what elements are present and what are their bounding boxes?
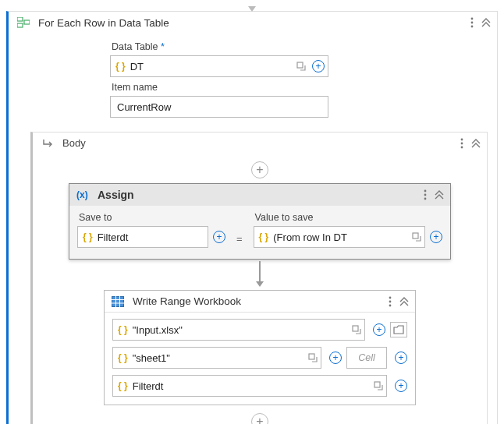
expression-icon: { } (259, 231, 269, 242)
body-content: + (x) Assign (33, 154, 487, 424)
data-table-input[interactable]: { } DT + (110, 55, 328, 77)
value-to-save-input[interactable]: { } (From row In DT (254, 226, 425, 248)
more-icon[interactable] (424, 189, 427, 200)
data-table-write-value: Filterdt (133, 380, 374, 392)
browse-folder-icon[interactable] (390, 322, 407, 337)
assign-title: Assign (98, 189, 424, 201)
plus-icon[interactable]: + (213, 231, 225, 243)
write-range-icon (111, 296, 125, 307)
svg-point-22 (389, 304, 392, 306)
add-activity-button[interactable]: + (251, 413, 268, 424)
cell-input[interactable]: Cell (346, 347, 387, 369)
body-container[interactable]: Body + (x) Assign (30, 132, 488, 424)
data-table-label: Data Table * (112, 41, 489, 52)
plus-icon[interactable]: + (329, 352, 342, 364)
write-range-header[interactable]: Write Range Workbook (105, 291, 415, 313)
expression-icon: { } (115, 61, 126, 72)
plus-icon[interactable]: + (395, 352, 407, 364)
svg-text:(x): (x) (76, 189, 88, 200)
item-name-input[interactable]: CurrentRow (110, 96, 328, 118)
expand-editor-icon[interactable] (295, 60, 307, 72)
plus-icon[interactable]: + (312, 60, 325, 72)
svg-rect-14 (413, 233, 418, 238)
body-arrow-icon (41, 139, 55, 148)
svg-point-13 (424, 198, 427, 200)
assign-header[interactable]: (x) Assign (69, 184, 450, 206)
for-each-properties: Data Table * { } DT + Item name CurrentR… (9, 34, 497, 125)
assign-icon: (x) (76, 189, 90, 200)
svg-point-5 (471, 26, 474, 28)
svg-rect-0 (17, 17, 23, 21)
plus-icon[interactable]: + (373, 323, 385, 336)
flow-connector (39, 260, 481, 287)
plus-icon[interactable]: + (430, 231, 442, 243)
body-title: Body (62, 137, 460, 149)
item-name-label: Item name (112, 82, 489, 93)
svg-point-3 (471, 18, 474, 20)
svg-point-8 (461, 142, 463, 144)
svg-point-9 (461, 146, 463, 148)
data-table-write-input[interactable]: { } Filterdt (112, 375, 387, 397)
collapse-icon[interactable] (435, 190, 444, 200)
value-to-save-label: Value to save (255, 212, 442, 223)
collapse-icon[interactable] (471, 139, 481, 148)
svg-point-4 (471, 22, 474, 24)
workbook-path-input[interactable]: { } "Input.xlsx" (112, 319, 365, 341)
more-icon[interactable] (389, 296, 392, 307)
expression-icon: { } (118, 324, 128, 335)
workbook-path-value: "Input.xlsx" (133, 324, 352, 336)
value-to-save-value: (From row In DT (273, 231, 412, 243)
for-each-title: For Each Row in Data Table (38, 17, 470, 29)
expression-icon: { } (118, 352, 128, 363)
assign-activity[interactable]: (x) Assign Save to (69, 183, 451, 260)
svg-point-11 (424, 190, 427, 193)
svg-point-7 (461, 138, 463, 140)
add-activity-button[interactable]: + (251, 161, 268, 178)
svg-rect-6 (297, 62, 303, 68)
plus-icon[interactable]: + (395, 380, 407, 392)
write-range-title: Write Range Workbook (133, 295, 389, 307)
item-name-value: CurrentRow (117, 101, 171, 113)
expression-icon: { } (118, 380, 128, 391)
sheet-name-input[interactable]: { } "sheet1" (112, 347, 321, 369)
collapse-icon[interactable] (399, 297, 409, 306)
collapse-icon[interactable] (481, 18, 491, 27)
expression-icon: { } (83, 231, 93, 242)
svg-rect-24 (309, 354, 314, 359)
more-icon[interactable] (460, 138, 463, 149)
more-icon[interactable] (470, 17, 474, 28)
sheet-name-value: "sheet1" (133, 352, 308, 364)
save-to-value: Filterdt (98, 231, 204, 243)
svg-point-20 (389, 296, 392, 299)
expand-editor-icon[interactable] (412, 232, 421, 242)
svg-rect-15 (112, 296, 124, 306)
equals-sign: = (232, 233, 247, 248)
write-range-activity[interactable]: Write Range Workbook { } " (104, 290, 416, 405)
body-header[interactable]: Body (33, 132, 487, 154)
svg-rect-2 (24, 20, 30, 24)
data-table-value: DT (130, 61, 295, 72)
for-each-header[interactable]: For Each Row in Data Table (9, 12, 497, 34)
svg-rect-23 (353, 326, 358, 331)
cell-placeholder: Cell (358, 352, 375, 363)
save-to-input[interactable]: { } Filterdt (77, 226, 208, 248)
expand-editor-icon[interactable] (352, 325, 361, 334)
svg-point-12 (424, 194, 427, 196)
expand-editor-icon[interactable] (308, 353, 318, 362)
save-to-label: Save to (79, 212, 225, 223)
svg-rect-25 (374, 382, 380, 387)
svg-point-21 (389, 300, 392, 302)
expand-editor-icon[interactable] (374, 381, 383, 390)
for-each-icon (16, 16, 30, 29)
svg-rect-1 (17, 23, 23, 27)
for-each-row-activity[interactable]: For Each Row in Data Table Data Table * … (6, 11, 498, 424)
